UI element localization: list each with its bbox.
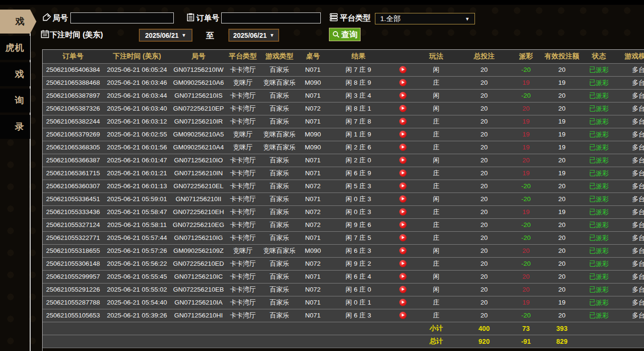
cell-2: GN072256210EP	[170, 102, 226, 115]
sidebar-item-1[interactable]: 虎机	[0, 36, 30, 60]
query-button[interactable]: 查询	[329, 28, 361, 41]
cell-13: 多台	[616, 102, 644, 115]
cell-9: 20	[458, 128, 510, 141]
subtotal-row-cell-0	[43, 322, 103, 335]
replay-play-icon[interactable]	[399, 144, 407, 151]
cell-10: 19	[510, 205, 542, 218]
sidebar-item-4[interactable]: 录	[0, 115, 30, 139]
subtotal-row-cell-8: 小计	[415, 322, 458, 335]
replay-play-icon[interactable]	[399, 312, 407, 319]
cell-6: 闲 9 庄 2	[326, 257, 391, 270]
cell-12: 已派彩	[582, 63, 616, 76]
tag-icon	[43, 13, 51, 22]
cell-3: 卡卡湾厅	[226, 218, 259, 231]
cell-0: 250621065388468	[43, 76, 103, 89]
replay-play-icon[interactable]	[399, 273, 407, 280]
cell-8: 庄	[415, 257, 458, 270]
cell-4: 百家乐	[259, 154, 300, 167]
cell-12: 已派彩	[582, 283, 616, 296]
cell-12: 已派彩	[582, 257, 616, 270]
replay-play-icon[interactable]	[399, 260, 407, 267]
replay-play-icon[interactable]	[399, 131, 407, 138]
cell-11: 20	[542, 309, 582, 322]
cell-5: N071	[300, 154, 326, 167]
bet-time-label: 下注时间 (美东)	[50, 30, 103, 40]
replay-play-icon[interactable]	[399, 234, 407, 241]
date-from-value: 2025/06/21	[145, 32, 179, 39]
cell-7	[391, 218, 415, 231]
date-from-picker[interactable]: 2025/06/21 ▼	[139, 29, 192, 42]
table-row: 2506210553364512025-06-21 05:59:01GN0712…	[43, 192, 644, 205]
replay-play-icon[interactable]	[399, 79, 407, 86]
sidebar-item-3[interactable]: 询	[0, 89, 30, 113]
cell-5: N072	[300, 257, 326, 270]
cell-0: 250621065382244	[43, 115, 103, 128]
cell-10: -20	[510, 218, 542, 231]
cell-10: -20	[510, 231, 542, 244]
replay-play-icon[interactable]	[399, 299, 407, 306]
replay-play-icon[interactable]	[399, 118, 407, 125]
cell-3: 竞咪厅	[226, 141, 259, 154]
cell-4: 竞咪百家乐	[259, 141, 300, 154]
replay-play-icon[interactable]	[399, 195, 407, 203]
to-label: 至	[206, 30, 214, 41]
cell-11: 19	[542, 167, 582, 180]
table-row: 2506210551056532025-06-21 05:39:26GN0712…	[43, 309, 644, 322]
order-no-input[interactable]	[221, 12, 321, 23]
date-to-picker[interactable]: 2025/06/21 ▼	[228, 29, 279, 42]
cell-1: 2025-06-21 06:03:44	[103, 89, 170, 102]
bet-records-table: 订单号下注时间 (美东)局号平台类型游戏类型桌号结果玩法总投注派彩有效投注额状态…	[43, 50, 644, 348]
sidebar-item-2[interactable]: 戏	[0, 62, 30, 86]
cell-2: GM090256210A4	[170, 141, 226, 154]
cell-12: 已派彩	[582, 76, 616, 89]
cell-7	[391, 63, 415, 76]
cell-6: 闲 0 庄 1	[326, 296, 391, 309]
cell-4: 百家乐	[259, 167, 300, 180]
cell-3: 卡卡湾厅	[226, 205, 259, 218]
replay-play-icon[interactable]	[399, 92, 407, 99]
cell-2: GM090256210A6	[170, 76, 226, 89]
cell-3: 卡卡湾厅	[226, 167, 259, 180]
sidebar-item-0[interactable]: 戏	[0, 10, 36, 34]
table-row: 2506210552999572025-06-21 05:55:45GN0712…	[43, 270, 644, 283]
calendar-icon	[41, 30, 49, 38]
replay-play-icon[interactable]	[399, 157, 407, 164]
replay-play-icon[interactable]	[399, 66, 407, 73]
cell-6: 闲 5 庄 3	[326, 180, 391, 192]
platform-type-select[interactable]: 1.全部 ▼	[375, 13, 475, 24]
cell-6: 闲 7 庄 8	[326, 115, 391, 128]
subtotal-row-cell-11: 393	[542, 322, 582, 335]
replay-play-icon[interactable]	[399, 182, 407, 190]
replay-play-icon[interactable]	[399, 170, 407, 177]
replay-play-icon[interactable]	[399, 247, 407, 254]
cell-11: 19	[542, 141, 582, 154]
cell-1: 2025-06-21 06:03:40	[103, 102, 170, 115]
cell-12: 已派彩	[582, 102, 616, 115]
cell-0: 250621055287788	[43, 296, 103, 309]
cell-10: 20	[510, 270, 542, 283]
cell-5: N072	[300, 205, 326, 218]
cell-10: 19	[510, 115, 542, 128]
cell-9: 20	[458, 192, 510, 205]
table-row: 2506210653603072025-06-21 06:01:13GN0722…	[43, 180, 644, 192]
replay-play-icon[interactable]	[399, 105, 407, 112]
cell-11: 19	[542, 76, 582, 89]
col-header-4: 游戏类型	[259, 50, 300, 63]
round-no-input[interactable]	[70, 12, 174, 23]
replay-play-icon[interactable]	[399, 221, 407, 228]
cell-10: 20	[510, 154, 542, 167]
cell-7	[391, 102, 415, 115]
cell-3: 卡卡湾厅	[226, 309, 259, 322]
cell-0: 250621055333436	[43, 205, 103, 218]
replay-play-icon[interactable]	[399, 208, 407, 215]
cell-2: GM090256210A5	[170, 128, 226, 141]
col-header-13: 游戏模式	[616, 50, 644, 63]
total-row-cell-13	[616, 335, 644, 348]
col-header-8: 玩法	[415, 50, 458, 63]
cell-13: 多台	[616, 63, 644, 76]
cell-12: 已派彩	[582, 218, 616, 231]
table-row: 2506210553227712025-06-21 05:57:44GN0712…	[43, 231, 644, 244]
replay-play-icon[interactable]	[399, 286, 407, 293]
cell-1: 2025-06-21 05:58:11	[103, 218, 170, 231]
order-no-label: 订单号	[196, 13, 219, 23]
